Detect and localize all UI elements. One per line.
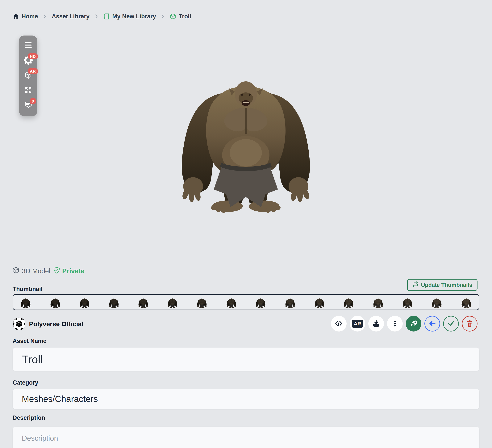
- comments-button[interactable]: 0: [23, 100, 33, 110]
- viewer-canvas[interactable]: [0, 0, 492, 263]
- back-button[interactable]: [424, 316, 440, 332]
- render-settings-button[interactable]: HD: [23, 56, 33, 65]
- ar-chip-icon: AR: [352, 320, 363, 328]
- download-icon: [372, 319, 380, 328]
- asset-actions: AR: [331, 316, 478, 332]
- thumbnail-item[interactable]: [431, 295, 443, 308]
- hamburger-icon: [24, 42, 32, 49]
- cube-icon: [12, 267, 20, 275]
- confirm-button[interactable]: [443, 316, 459, 332]
- publish-button[interactable]: [406, 316, 421, 332]
- visibility-badge: Private: [53, 267, 84, 275]
- thumbnail-item[interactable]: [108, 295, 120, 308]
- publisher-avatar: [13, 317, 26, 330]
- trash-icon: [466, 320, 474, 328]
- thumbnail-item[interactable]: [166, 295, 179, 308]
- thumbnail-item[interactable]: [313, 295, 326, 308]
- description-input[interactable]: [13, 427, 479, 448]
- ar-badge: AR: [28, 68, 38, 74]
- category-input[interactable]: [13, 389, 479, 409]
- menu-button[interactable]: [23, 41, 33, 50]
- thumbnail-item[interactable]: [343, 295, 355, 308]
- thumbnail-item[interactable]: [196, 295, 208, 308]
- thumbnail-strip[interactable]: [13, 294, 479, 310]
- more-options-button[interactable]: [387, 316, 403, 332]
- shield-check-icon: [53, 267, 60, 275]
- thumbnail-item[interactable]: [284, 295, 296, 308]
- asset-name-label: Asset Name: [13, 338, 46, 344]
- code-icon: [335, 319, 343, 328]
- hd-badge: HD: [28, 53, 38, 59]
- thumbnail-item[interactable]: [255, 295, 267, 308]
- rocket-icon: [409, 319, 418, 328]
- expand-arrows-icon: [24, 86, 32, 95]
- download-button[interactable]: [368, 316, 384, 332]
- comments-count-badge: 0: [30, 98, 36, 104]
- update-thumbnails-button[interactable]: Update Thumbnails: [407, 279, 478, 291]
- repeat-icon: [412, 281, 418, 289]
- troll-model[interactable]: [169, 72, 322, 218]
- delete-button[interactable]: [462, 316, 478, 332]
- thumbnail-item[interactable]: [401, 295, 414, 308]
- update-thumbnails-label: Update Thumbnails: [421, 282, 472, 288]
- ar-button[interactable]: AR: [350, 316, 365, 332]
- thumbnail-item[interactable]: [225, 295, 237, 308]
- asset-name-input[interactable]: [13, 348, 479, 371]
- asset-meta: 3D Model Private: [12, 267, 84, 275]
- asset-type-label: 3D Model: [22, 267, 50, 275]
- thumbnail-item[interactable]: [78, 295, 91, 308]
- visibility-label: Private: [62, 267, 84, 275]
- description-label: Description: [13, 414, 45, 421]
- thumbnail-section-label: Thumbnail: [13, 286, 42, 292]
- embed-code-button[interactable]: [331, 316, 347, 332]
- thumbnail-item[interactable]: [49, 295, 61, 308]
- ar-view-button[interactable]: AR: [23, 71, 33, 80]
- viewer-toolbar: HD AR: [19, 35, 37, 116]
- fullscreen-button[interactable]: [23, 85, 33, 95]
- check-icon: [447, 319, 455, 328]
- category-label: Category: [13, 379, 38, 386]
- asset-type: 3D Model: [12, 267, 50, 275]
- arrow-left-icon: [428, 319, 436, 328]
- thumbnail-item[interactable]: [460, 295, 472, 308]
- thumbnail-item[interactable]: [20, 295, 32, 308]
- thumbnail-item[interactable]: [372, 295, 384, 308]
- kebab-icon: [391, 320, 399, 328]
- publisher-name: Polyverse Official: [29, 320, 83, 328]
- thumbnail-item[interactable]: [137, 295, 149, 308]
